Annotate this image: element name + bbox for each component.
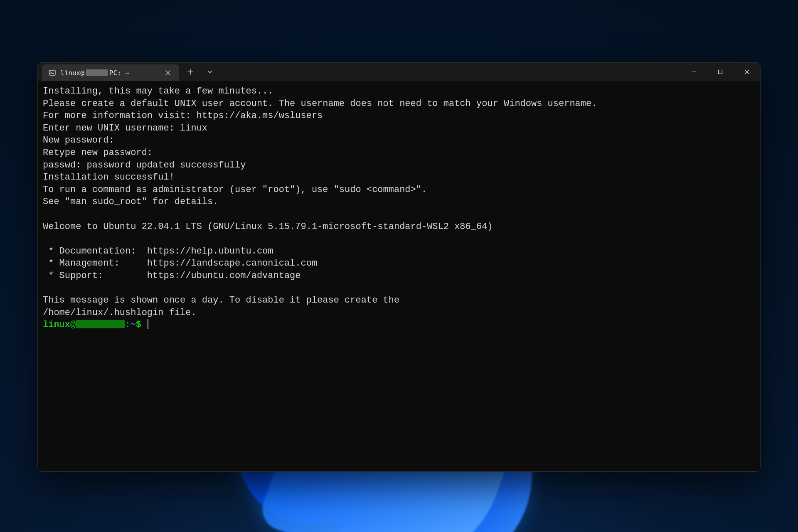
- tab-title-redacted: [86, 69, 108, 76]
- terminal-lines: Installing, this may take a few minutes.…: [43, 86, 597, 318]
- svg-rect-1: [719, 70, 722, 74]
- maximize-button[interactable]: [707, 63, 734, 81]
- prompt-host-redacted: [76, 320, 125, 328]
- shell-prompt: linux@:~$: [43, 320, 148, 330]
- tab-dropdown-button[interactable]: [201, 64, 218, 80]
- terminal-output[interactable]: Installing, this may take a few minutes.…: [38, 81, 760, 471]
- titlebar-drag-region[interactable]: [218, 63, 680, 81]
- minimize-button[interactable]: [680, 63, 707, 81]
- terminal-cursor: [148, 319, 148, 329]
- terminal-icon: [49, 69, 56, 76]
- tab-title-prefix: linux@: [60, 69, 84, 77]
- new-tab-button[interactable]: [182, 64, 199, 80]
- tab-title-suffix: PC: ~: [109, 69, 129, 77]
- terminal-tab[interactable]: linux@PC: ~: [42, 64, 179, 81]
- window-controls: [680, 63, 760, 81]
- terminal-window: linux@PC: ~ Install: [37, 62, 761, 472]
- prompt-path: ~: [130, 320, 135, 330]
- close-button[interactable]: [734, 63, 760, 81]
- svg-rect-0: [49, 70, 55, 75]
- tab-title: linux@PC: ~: [60, 69, 158, 77]
- prompt-symbol: $: [136, 320, 141, 330]
- tabbar-controls: [182, 63, 218, 81]
- window-titlebar[interactable]: linux@PC: ~: [38, 63, 760, 81]
- tab-close-button[interactable]: [163, 67, 173, 78]
- prompt-user: linux@: [43, 320, 76, 330]
- prompt-separator: :: [125, 320, 130, 330]
